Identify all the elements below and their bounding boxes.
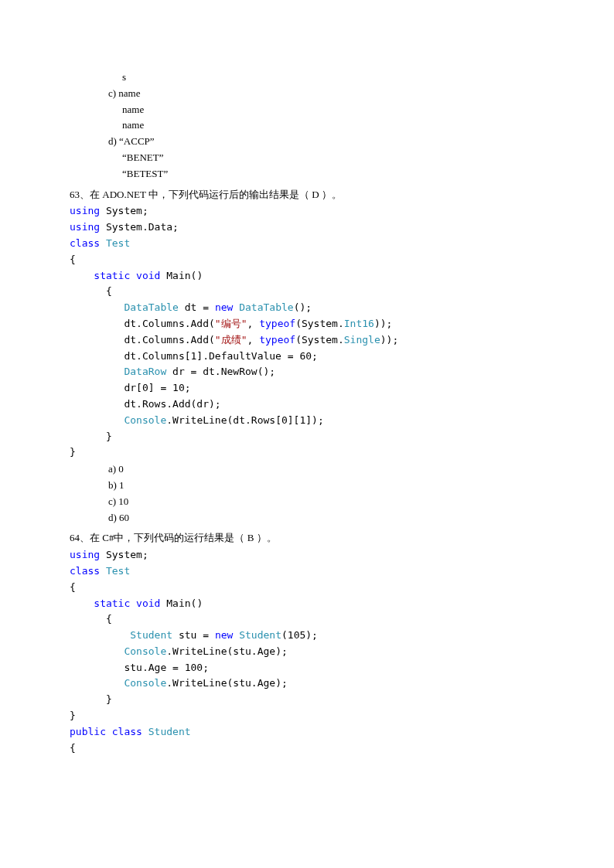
option-c-line3: name xyxy=(122,117,544,134)
question-64: 64、在 C#中，下列代码的运行结果是（ B ）。 xyxy=(70,530,544,546)
code-64: using System; class Test { static void M… xyxy=(70,547,544,756)
option-c-line2: name xyxy=(122,102,544,118)
q63-opt-c: c) 10 xyxy=(108,494,544,510)
q63-opt-a: a) 0 xyxy=(108,461,544,478)
option-d: d) “ACCP” xyxy=(108,134,544,150)
code-63: using System; using System.Data; class T… xyxy=(70,203,544,461)
option-c: c) name xyxy=(108,86,544,102)
question-63: 63、在 ADO.NET 中，下列代码运行后的输出结果是（ D ）。 xyxy=(70,187,544,203)
q63-opt-d: d) 60 xyxy=(108,510,544,526)
document-page: s c) name name name d) “ACCP” “BENET” “B… xyxy=(0,0,614,756)
option-d-line2: “BENET” xyxy=(122,150,544,166)
q63-opt-b: b) 1 xyxy=(108,478,544,494)
option-d-line3: “BETEST” xyxy=(122,166,544,182)
option-b-line3: s xyxy=(122,70,544,86)
